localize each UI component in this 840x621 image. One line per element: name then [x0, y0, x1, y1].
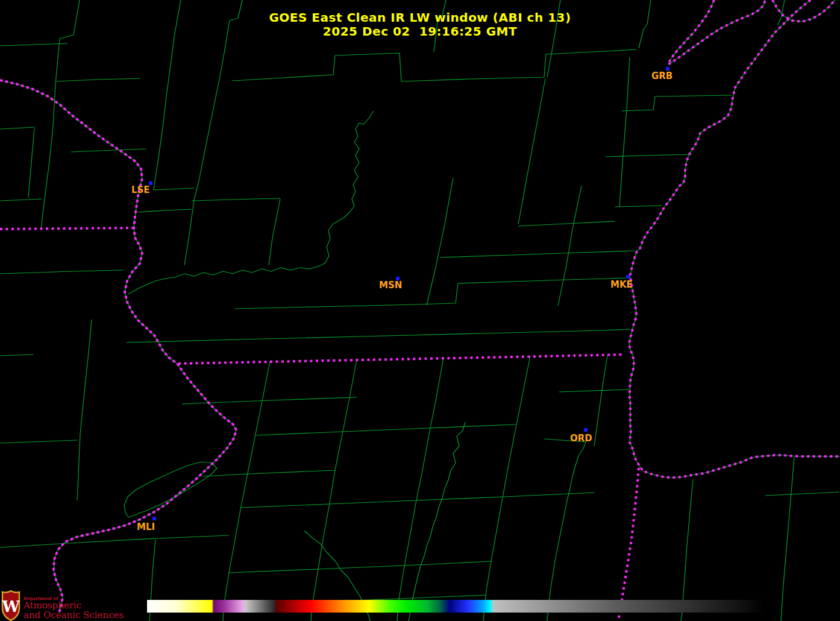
station-label: MSN [379, 280, 402, 291]
county-boundary-lines [0, 0, 839, 621]
station-dot [152, 517, 156, 520]
map-canvas [0, 0, 840, 621]
station-dot [584, 428, 588, 432]
station-dot [626, 275, 630, 279]
logo-text: Department of Atmospheric and Oceanic Sc… [24, 590, 124, 620]
shoreline-green-lines [0, 0, 840, 613]
logo-line-atmospheric: Atmospheric [24, 601, 124, 610]
logo-line-oceanic: and Oceanic Sciences [24, 611, 124, 620]
station-label: ORD [570, 433, 592, 444]
satellite-map-viewport: GOES East Clean IR LW window (ABI ch 13)… [0, 0, 840, 621]
station-label: GRB [651, 71, 672, 81]
ir-temperature-colorbar [147, 600, 764, 613]
image-title: GOES East Clean IR LW window (ABI ch 13)… [0, 11, 840, 39]
uw-aos-logo: W Department of Atmospheric and Oceanic … [1, 590, 124, 621]
crest-monogram: W [1, 597, 20, 616]
river-lines [124, 111, 586, 621]
state-border-dotted-lines [0, 0, 840, 621]
station-label: MKE [610, 279, 633, 290]
title-line-1: GOES East Clean IR LW window (ABI ch 13) [0, 11, 840, 25]
station-label: MLI [137, 522, 155, 532]
title-line-2-timestamp: 2025 Dec 02 19:16:25 GMT [0, 25, 840, 39]
uw-crest-icon: W [1, 590, 20, 621]
station-label: LSE [131, 184, 150, 195]
